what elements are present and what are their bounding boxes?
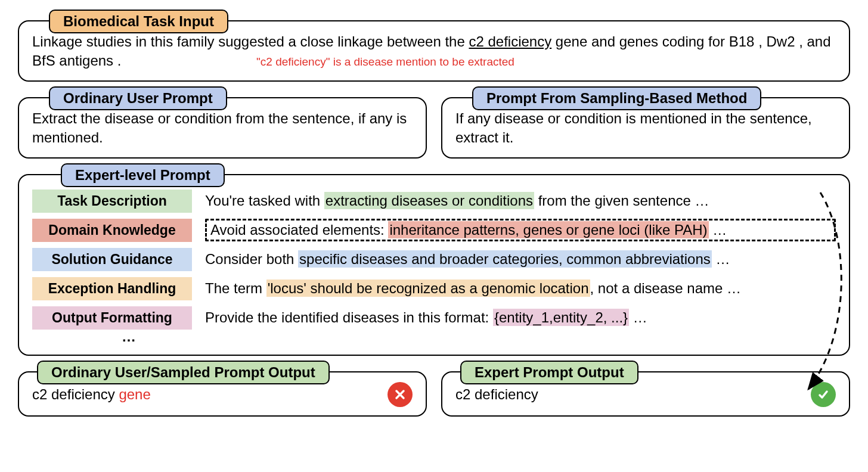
expert-output-title: Expert Prompt Output	[460, 361, 638, 384]
label-output-formatting: Output Formatting	[32, 306, 192, 330]
expert-output-body: c2 deficiency	[455, 382, 836, 407]
outputs-row: Ordinary User/Sampled Prompt Output c2 d…	[18, 371, 850, 417]
ordinary-output-card: Ordinary User/Sampled Prompt Output c2 d…	[18, 371, 427, 417]
sentence-pre: Linkage studies in this family suggested…	[32, 33, 469, 49]
row-output-formatting: Output Formatting Provide the identified…	[32, 306, 836, 330]
input-sentence: Linkage studies in this family suggested…	[32, 32, 836, 71]
input-title-tab: Biomedical Task Input	[49, 10, 228, 33]
row-task-description: Task Description You're tasked with extr…	[32, 190, 836, 213]
ordinary-output-body: c2 deficiency gene	[32, 382, 413, 407]
sentence-underlined: c2 deficiency	[469, 33, 551, 49]
sampling-prompt-body: If any disease or condition is mentioned…	[455, 109, 836, 148]
text-solution-guidance: Consider both specific diseases and broa…	[205, 251, 730, 268]
text-output-formatting: Provide the identified diseases in this …	[205, 309, 647, 326]
ordinary-prompt-body: Extract the disease or condition from th…	[32, 109, 413, 148]
text-exception-handling: The term 'locus' should be recognized as…	[205, 280, 741, 297]
sampling-prompt-title: Prompt From Sampling-Based Method	[472, 86, 761, 110]
input-note: "c2 deficiency" is a disease mention to …	[256, 55, 514, 68]
row-exception-handling: Exception Handling The term 'locus' shou…	[32, 277, 836, 300]
row-solution-guidance: Solution Guidance Consider both specific…	[32, 248, 836, 271]
expert-title: Expert-level Prompt	[61, 163, 225, 187]
label-domain-knowledge: Domain Knowledge	[32, 219, 192, 242]
correct-icon	[811, 382, 836, 407]
sampling-prompt-card: Prompt From Sampling-Based Method If any…	[441, 97, 850, 159]
text-task-description: You're tasked with extracting diseases o…	[205, 192, 709, 209]
row-domain-knowledge: Domain Knowledge Avoid associated elemen…	[32, 219, 836, 242]
ordinary-prompt-card: Ordinary User Prompt Extract the disease…	[18, 97, 427, 159]
label-exception-handling: Exception Handling	[32, 277, 192, 300]
input-card: Biomedical Task Input Linkage studies in…	[18, 20, 850, 82]
prompts-row: Ordinary User Prompt Extract the disease…	[18, 97, 850, 159]
dashed-domain-box: Avoid associated elements: inheritance p…	[205, 219, 836, 241]
wrong-icon	[388, 382, 413, 407]
ordinary-output-title: Ordinary User/Sampled Prompt Output	[37, 361, 330, 384]
label-task-description: Task Description	[32, 190, 192, 213]
label-solution-guidance: Solution Guidance	[32, 248, 192, 271]
expert-ellipsis: …	[122, 328, 836, 345]
expert-output-card: Expert Prompt Output c2 deficiency	[441, 371, 850, 417]
ordinary-prompt-title: Ordinary User Prompt	[49, 86, 227, 110]
expert-card: Expert-level Prompt Task Description You…	[18, 174, 850, 356]
